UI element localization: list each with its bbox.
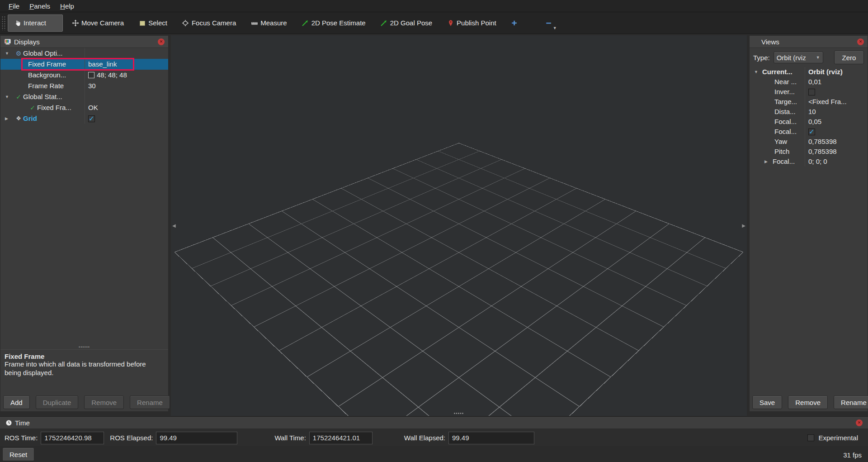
view-type-dropdown[interactable]: Orbit (rviz ▼ <box>774 52 823 63</box>
property-name: ▼Current... <box>750 67 805 77</box>
property-label: Focal... <box>774 127 797 137</box>
views-row-focal[interactable]: Focal... <box>750 127 868 137</box>
wall-elapsed-input[interactable]: 99.49 <box>448 432 534 444</box>
property-value[interactable]: Orbit (rviz) <box>805 67 868 77</box>
tool-publish-point[interactable]: Publish Point <box>441 14 502 32</box>
tool-focus-camera[interactable]: Focus Camera <box>176 14 242 32</box>
displays-row-fixed-fra[interactable]: ✓Fixed Fra...OK <box>0 102 168 113</box>
property-value[interactable] <box>805 127 868 137</box>
chevron-right-icon[interactable]: ▶ <box>763 157 773 167</box>
views-row-dista[interactable]: Dista...10 <box>750 107 868 117</box>
property-value[interactable]: base_link <box>85 59 168 70</box>
property-name: ✓Fixed Fra... <box>0 102 85 113</box>
property-value[interactable] <box>85 91 168 102</box>
property-value[interactable]: 48; 48; 48 <box>85 70 168 81</box>
chevron-down-icon[interactable]: ▼ <box>3 48 14 59</box>
3d-viewport[interactable]: ◀ ▶ ••••• <box>171 35 747 416</box>
tool-2d-goal-pose[interactable]: 2D Goal Pose <box>374 14 438 32</box>
views-row-targe[interactable]: Targe...<Fixed Fra... <box>750 97 868 107</box>
property-name: Yaw <box>750 137 805 147</box>
checkbox-unchecked[interactable] <box>808 89 815 95</box>
tool-move-camera[interactable]: Move Camera <box>66 14 130 32</box>
property-value[interactable]: <Fixed Fra... <box>805 97 868 107</box>
splitter-handle[interactable]: ••••• <box>454 411 464 416</box>
chevron-down-icon[interactable]: ▼ <box>752 67 762 77</box>
property-value[interactable] <box>85 48 168 59</box>
chevron-right-icon[interactable]: ▶ <box>3 113 14 124</box>
main-area: Displays ✕ ▼⚙Global Opti...Fixed Frameba… <box>0 34 868 416</box>
menu-file[interactable]: File <box>4 1 24 11</box>
fps-counter: 31 fps <box>843 448 862 459</box>
property-value[interactable]: 0,785398 <box>805 137 868 147</box>
property-value[interactable]: 10 <box>805 107 868 117</box>
views-tree: ▼Current...Orbit (rviz)Near ...0,01Inver… <box>750 67 868 393</box>
property-name: Dista... <box>750 107 805 117</box>
chevron-down-icon[interactable]: ▼ <box>3 91 14 102</box>
views-row-near[interactable]: Near ...0,01 <box>750 77 868 87</box>
ros-time-input[interactable]: 1752246420.98 <box>41 432 104 444</box>
displays-row-fixed-frame[interactable]: Fixed Framebase_link <box>0 59 168 70</box>
displays-row-grid[interactable]: ▶❖Grid <box>0 113 168 124</box>
value-text: Orbit (rviz) <box>808 67 843 77</box>
checkbox-checked[interactable] <box>88 115 95 122</box>
property-value[interactable] <box>85 113 168 124</box>
splitter-handle[interactable]: •••••• <box>0 346 168 349</box>
remove-button: Remove <box>84 395 124 409</box>
tool-interact[interactable]: Interact <box>8 14 63 32</box>
property-value[interactable]: 0; 0; 0 <box>805 157 868 167</box>
toolbar-drag-handle[interactable] <box>1 16 6 30</box>
close-icon[interactable]: ✕ <box>158 38 165 45</box>
displays-row-frame-rate[interactable]: Frame Rate30 <box>0 81 168 91</box>
menu-panels[interactable]: Panels <box>24 1 55 11</box>
views-row-inver[interactable]: Inver... <box>750 87 868 97</box>
tool-select[interactable]: Select <box>132 14 173 32</box>
save-view-button[interactable]: Save <box>752 395 782 409</box>
property-label: Current... <box>762 67 793 77</box>
tool-2d-pose-estimate[interactable]: 2D Pose Estimate <box>296 14 372 32</box>
views-row-pitch[interactable]: Pitch0,785398 <box>750 147 868 157</box>
checkbox-checked[interactable] <box>808 129 815 135</box>
displays-row-global-stat[interactable]: ▼✓Global Stat... <box>0 91 168 102</box>
views-row-current[interactable]: ▼Current...Orbit (rviz) <box>750 67 868 77</box>
add-display-button[interactable]: + <box>505 14 524 32</box>
zero-button[interactable]: Zero <box>834 51 864 64</box>
property-value[interactable]: 0,05 <box>805 117 868 127</box>
experimental-checkbox[interactable] <box>807 434 814 441</box>
tool-label: Measure <box>260 19 287 27</box>
tool-label: Interact <box>24 19 46 27</box>
value-text: 10 <box>808 107 816 117</box>
value-text: 48; 48; 48 <box>97 70 127 81</box>
views-row-focal[interactable]: ▶Focal...0; 0; 0 <box>750 157 868 167</box>
status-bar: Reset 31 fps <box>0 446 868 462</box>
value-text: 0; 0; 0 <box>808 157 827 167</box>
3d-grid <box>174 143 743 416</box>
add-button[interactable]: Add <box>3 395 30 409</box>
ros-elapsed-input[interactable]: 99.49 <box>156 432 237 444</box>
property-value[interactable] <box>805 87 868 97</box>
views-row-focal[interactable]: Focal...0,05 <box>750 117 868 127</box>
green-check-icon: ✓ <box>28 102 37 113</box>
time-field-ros-elapsed: ROS Elapsed:99.49 <box>110 432 237 444</box>
close-icon[interactable]: ✕ <box>857 38 864 45</box>
remove-display-button[interactable]: −▼ <box>539 14 558 32</box>
property-value[interactable]: 0,01 <box>805 77 868 87</box>
property-label: Global Stat... <box>23 91 62 102</box>
reset-button[interactable]: Reset <box>2 448 34 461</box>
menu-help[interactable]: Help <box>55 1 79 11</box>
rename-view-button[interactable]: Rename <box>834 395 868 409</box>
property-value[interactable]: 0,785398 <box>805 147 868 157</box>
displays-row-backgroun[interactable]: Backgroun...48; 48; 48 <box>0 70 168 81</box>
views-panel-title: Views <box>761 38 779 46</box>
collapse-left-panel-arrow[interactable]: ◀ <box>172 223 176 228</box>
hand-pointer-icon <box>14 19 21 27</box>
wall-time-input[interactable]: 1752246421.01 <box>309 432 373 444</box>
collapse-right-panel-arrow[interactable]: ▶ <box>742 223 745 228</box>
displays-row-global-opti[interactable]: ▼⚙Global Opti... <box>0 48 168 59</box>
tool-measure[interactable]: Measure <box>245 14 292 32</box>
property-value[interactable]: 30 <box>85 81 168 91</box>
remove-view-button[interactable]: Remove <box>788 395 828 409</box>
property-value[interactable]: OK <box>85 102 168 113</box>
views-row-yaw[interactable]: Yaw0,785398 <box>750 137 868 147</box>
color-swatch[interactable] <box>88 72 94 78</box>
close-icon[interactable]: ✕ <box>856 419 863 426</box>
